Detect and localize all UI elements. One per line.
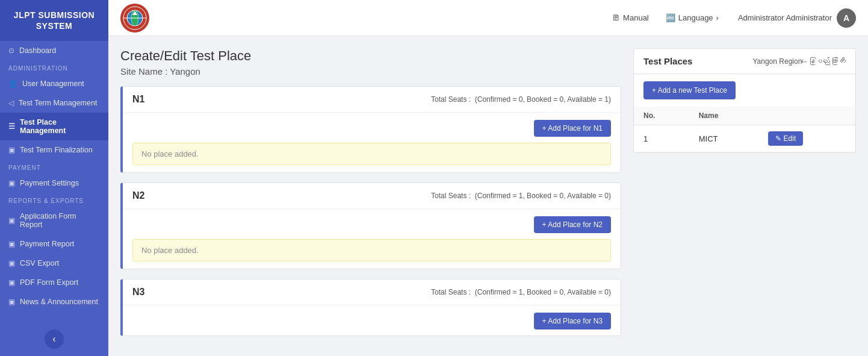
page-subtitle: Site Name : Yangon bbox=[120, 66, 621, 77]
row-name: MICT bbox=[689, 125, 759, 152]
sidebar-item-label: Test Place Management bbox=[20, 118, 100, 135]
header-logo bbox=[120, 4, 149, 33]
sidebar-item-user-management[interactable]: 👤 User Management bbox=[0, 74, 108, 93]
place-icon: ☰ bbox=[8, 122, 15, 131]
sidebar-item-test-term-finalization[interactable]: ▣ Test Term Finalization bbox=[0, 140, 108, 160]
sidebar-item-news[interactable]: ▣ News & Announcement bbox=[0, 292, 108, 311]
sidebar-item-label: News & Announcement bbox=[20, 298, 98, 306]
col-action-header bbox=[758, 107, 855, 125]
manual-label: Manual bbox=[623, 13, 649, 22]
language-button[interactable]: 🔤 Language › bbox=[666, 13, 719, 22]
no-place-n1-message: No place added. bbox=[132, 143, 611, 165]
add-place-n1-button[interactable]: + Add Place for N1 bbox=[534, 120, 611, 137]
sidebar-item-test-place-management[interactable]: ☰ Test Place Management bbox=[0, 113, 108, 140]
table-row: 1 MICT ✎ Edit bbox=[634, 125, 855, 152]
sidebar-item-payment-report[interactable]: ▣ Payment Report bbox=[0, 234, 108, 254]
test-places-title: Test Places bbox=[643, 56, 692, 66]
sidebar-item-label: Dashboard bbox=[19, 46, 56, 55]
news-icon: ▣ bbox=[8, 298, 15, 306]
col-no-header: No. bbox=[634, 107, 689, 125]
report-icon: ▣ bbox=[8, 216, 15, 225]
level-card-n1-header: N1 Total Seats : (Confirmed = 0, Booked … bbox=[123, 87, 621, 113]
level-n2-title: N2 bbox=[132, 190, 157, 201]
sidebar: JLPT SUBMISSION SYSTEM ⊙ Dashboard ADMIN… bbox=[0, 0, 108, 356]
level-card-n2-header: N2 Total Seats : (Confirmed = 1, Booked … bbox=[123, 183, 621, 209]
payment-report-icon: ▣ bbox=[8, 240, 15, 248]
no-place-n2-message: No place added. bbox=[132, 239, 611, 261]
add-new-test-place-button[interactable]: + Add a new Test Place bbox=[643, 81, 736, 99]
content-area: Create/Edit Test Place Site Name : Yango… bbox=[108, 36, 868, 356]
plus-icon: + bbox=[542, 124, 547, 133]
payment-icon: ▣ bbox=[8, 179, 15, 187]
sidebar-item-label: Application Form Report bbox=[20, 212, 100, 229]
sidebar-item-label: User Management bbox=[22, 80, 84, 88]
level-n2-seats: Total Seats : (Confirmed = 1, Booked = 0… bbox=[431, 192, 611, 200]
sidebar-item-dashboard[interactable]: ⊙ Dashboard bbox=[0, 41, 108, 60]
user-label: Administrator Administrator bbox=[738, 13, 832, 22]
sidebar-collapse-button[interactable]: ‹ bbox=[45, 329, 64, 349]
level-n3-seats: Total Seats : (Confirmed = 1, Booked = 0… bbox=[431, 288, 611, 296]
level-card-n2: N2 Total Seats : (Confirmed = 1, Booked … bbox=[120, 183, 621, 269]
sidebar-item-payment-settings[interactable]: ▣ Payment Settings bbox=[0, 173, 108, 193]
sidebar-item-label: Payment Report bbox=[20, 240, 74, 248]
sidebar-item-label: PDF Form Export bbox=[20, 278, 78, 287]
chevron-right-icon: › bbox=[716, 13, 719, 22]
content-main: Create/Edit Test Place Site Name : Yango… bbox=[120, 48, 621, 344]
level-n1-seats: Total Seats : (Confirmed = 0, Booked = 0… bbox=[431, 95, 611, 104]
sidebar-item-csv-export[interactable]: ▣ CSV Export bbox=[0, 254, 108, 273]
row-no: 1 bbox=[634, 125, 689, 152]
level-n1-title: N1 bbox=[132, 94, 157, 105]
main-area: 🖹 Manual 🔤 Language › Administrator Admi… bbox=[108, 0, 868, 356]
language-icon: 🔤 bbox=[666, 13, 675, 22]
level-n3-title: N3 bbox=[132, 287, 157, 298]
csv-icon: ▣ bbox=[8, 259, 15, 267]
sidebar-item-label: CSV Export bbox=[20, 259, 59, 267]
level-card-n3-body: + Add Place for N3 bbox=[123, 305, 621, 320]
avatar: A bbox=[837, 8, 856, 28]
plus-icon: + bbox=[542, 220, 547, 229]
row-action: ✎ Edit bbox=[758, 125, 855, 152]
sidebar-title: JLPT SUBMISSION SYSTEM bbox=[0, 0, 108, 41]
level-card-n1-body: + Add Place for N1 No place added. bbox=[123, 113, 621, 172]
page-title: Create/Edit Test Place bbox=[120, 48, 621, 64]
sidebar-item-label: Test Term Finalization bbox=[20, 146, 93, 154]
sidebar-item-test-term-management[interactable]: ◁ Test Term Management bbox=[0, 93, 108, 113]
level-card-n1: N1 Total Seats : (Confirmed = 0, Booked … bbox=[120, 86, 621, 173]
sidebar-section-payment: PAYMENT bbox=[0, 160, 108, 173]
term-icon: ◁ bbox=[8, 99, 14, 107]
sidebar-section-reports: REPORTS & EXPORTS bbox=[0, 193, 108, 207]
pdf-icon: ▣ bbox=[8, 278, 15, 287]
sidebar-item-label: Payment Settings bbox=[20, 179, 79, 187]
user-icon: 👤 bbox=[8, 80, 17, 88]
edit-button[interactable]: ✎ Edit bbox=[768, 131, 803, 146]
right-panel-header: Test Places Yangon Region - နေပြည်တော်ကြ… bbox=[634, 49, 855, 74]
plus-icon: + bbox=[542, 317, 547, 325]
sidebar-item-label: Test Term Management bbox=[19, 99, 97, 107]
add-place-n3-button[interactable]: + Add Place for N3 bbox=[534, 313, 611, 329]
level-card-n3-header: N3 Total Seats : (Confirmed = 1, Booked … bbox=[123, 279, 621, 305]
dashboard-icon: ⊙ bbox=[8, 46, 14, 55]
manual-icon: 🖹 bbox=[612, 13, 620, 22]
test-places-table: No. Name 1 MICT ✎ Edit bbox=[634, 107, 855, 152]
col-name-header: Name bbox=[689, 107, 759, 125]
region-label: Yangon Region - နေပြည်တော်ကြီး bbox=[752, 57, 846, 66]
sidebar-item-application-form-report[interactable]: ▣ Application Form Report bbox=[0, 207, 108, 234]
sidebar-item-pdf-export[interactable]: ▣ PDF Form Export bbox=[0, 273, 108, 292]
level-card-n3: N3 Total Seats : (Confirmed = 1, Booked … bbox=[120, 279, 621, 336]
top-header: 🖹 Manual 🔤 Language › Administrator Admi… bbox=[108, 0, 868, 36]
sidebar-section-administration: ADMINISTRATION bbox=[0, 60, 108, 74]
finalization-icon: ▣ bbox=[8, 146, 15, 154]
right-panel: Test Places Yangon Region - နေပြည်တော်ကြ… bbox=[633, 48, 856, 153]
add-place-n2-button[interactable]: + Add Place for N2 bbox=[534, 216, 611, 233]
language-label: Language bbox=[678, 13, 713, 22]
level-card-n2-body: + Add Place for N2 No place added. bbox=[123, 209, 621, 269]
manual-button[interactable]: 🖹 Manual bbox=[612, 13, 649, 22]
user-menu[interactable]: Administrator Administrator A bbox=[738, 8, 856, 28]
